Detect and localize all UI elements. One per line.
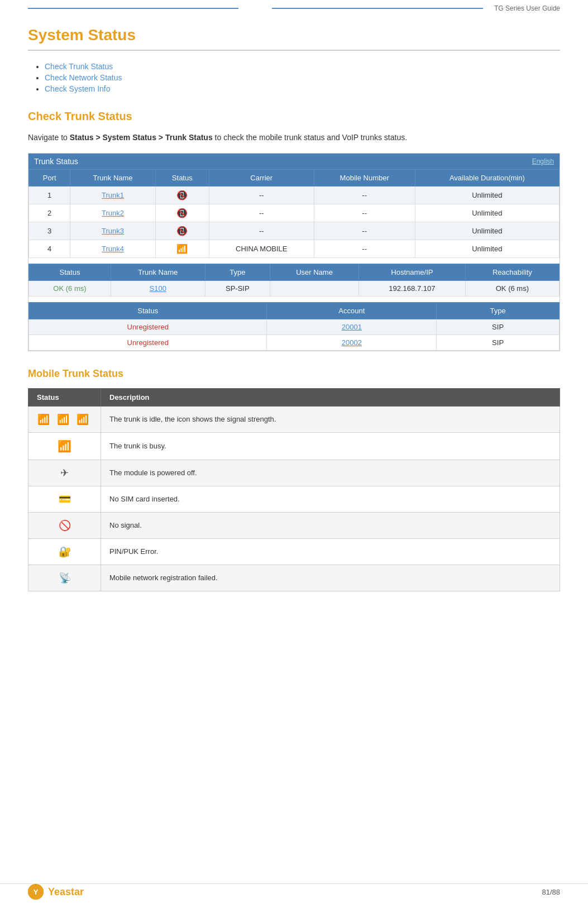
col-mobile-number: Mobile Number <box>314 169 415 186</box>
cell-port: 3 <box>29 222 70 240</box>
status-row-no-sim: 💳 No SIM card inserted. <box>28 486 560 512</box>
status-row-no-signal: 🚫 No signal. <box>28 512 560 538</box>
desc-cell-powered-off: The module is powered off. <box>101 460 560 486</box>
cell-mobile: -- <box>314 186 415 204</box>
header-decorative-lines <box>28 8 483 9</box>
cell-duration: Unlimited <box>415 204 559 222</box>
table-spacer-1 <box>28 258 560 264</box>
cell-status: Unregistered <box>29 319 267 334</box>
page-content: System Status Check Trunk Status Check N… <box>0 15 588 636</box>
status-desc-header-row: Status Description <box>28 388 560 406</box>
desc-cell-no-sim: No SIM card inserted. <box>101 486 560 512</box>
cell-carrier: -- <box>209 186 314 204</box>
table-row: 1 Trunk1 📵 -- -- Unlimited <box>29 186 560 204</box>
icon-cell-busy: 📶 <box>28 432 101 460</box>
cell-status: 📵 <box>155 204 209 222</box>
cell-port: 1 <box>29 186 70 204</box>
desc-text-powered-off: The module is powered off. <box>109 469 197 477</box>
trunk-table-header-row: Port Trunk Name Status Carrier Mobile Nu… <box>29 169 560 186</box>
header-title: TG Series User Guide <box>494 4 560 12</box>
signal-busy-icon: 📶 <box>58 440 71 452</box>
cell-port: 2 <box>29 204 70 222</box>
toc-link-sysinfo[interactable]: Check System Info <box>45 84 111 93</box>
cell-type: SIP <box>437 319 560 334</box>
table-row: OK (6 ms) S100 SP-SIP 192.168.7.107 OK (… <box>29 280 560 296</box>
yeastar-logo-icon: Y <box>28 884 44 900</box>
english-link[interactable]: English <box>532 157 554 165</box>
col-type: Type <box>437 302 560 319</box>
account-link[interactable]: 20002 <box>342 338 362 347</box>
footer-logo: Y Yeastar <box>28 884 84 900</box>
cell-hostname: 192.168.7.107 <box>358 280 465 296</box>
col-status: Status <box>155 169 209 186</box>
trunk-table-voip: Status Trunk Name Type User Name Hostnam… <box>28 264 560 297</box>
col-trunk-name: Trunk Name <box>111 264 205 280</box>
toc-item-3: Check System Info <box>45 84 560 93</box>
desc-cell-no-signal: No signal. <box>101 512 560 538</box>
table-row: Unregistered 20001 SIP <box>29 319 560 334</box>
desc-text-pin-error: PIN/PUK Error. <box>109 547 158 556</box>
page-footer: Y Yeastar 81/88 <box>0 883 588 900</box>
trunk-link[interactable]: S100 <box>150 284 166 293</box>
cell-trunk-name: Trunk1 <box>70 186 156 204</box>
mobile-trunk-status-table: Status Description 📶 📶 📶 The trunk is id… <box>28 388 560 591</box>
col-description-header: Description <box>101 388 560 406</box>
cell-status: 📵 <box>155 186 209 204</box>
trunk-link[interactable]: Trunk2 <box>102 209 124 217</box>
toc-link-network[interactable]: Check Network Status <box>45 73 122 82</box>
status-row-idle: 📶 📶 📶 The trunk is idle, the icon shows … <box>28 406 560 432</box>
trunk-link[interactable]: Trunk4 <box>102 245 124 253</box>
cell-trunk-name: Trunk3 <box>70 222 156 240</box>
icon-cell-idle: 📶 📶 📶 <box>28 406 101 432</box>
trunk-status-header-label: Trunk Status <box>34 157 78 166</box>
col-status-header: Status <box>28 388 101 406</box>
status-row-reg-failed: 📡 Mobile network registration failed. <box>28 565 560 591</box>
icon-cell-pin-error: 🔐 <box>28 538 101 565</box>
col-account: Account <box>267 302 437 319</box>
cell-type: SP-SIP <box>205 280 270 296</box>
page-header: TG Series User Guide <box>0 0 588 15</box>
table-spacer-2 <box>28 297 560 302</box>
trunk-status-container: Trunk Status English Port Trunk Name Sta… <box>28 153 560 351</box>
trunk-link[interactable]: Trunk3 <box>102 227 124 235</box>
dec-line-2 <box>272 8 482 9</box>
cell-trunk-name: Trunk2 <box>70 204 156 222</box>
desc-cell-busy: The trunk is busy. <box>101 432 560 460</box>
nav-text-before: Navigate to <box>28 133 70 142</box>
account-link[interactable]: 20001 <box>342 323 362 331</box>
table-row: 3 Trunk3 📵 -- -- Unlimited <box>29 222 560 240</box>
cell-trunk-name: S100 <box>111 280 205 296</box>
cell-account: 20002 <box>267 334 437 350</box>
cell-status: 📵 <box>155 222 209 240</box>
desc-cell-reg-failed: Mobile network registration failed. <box>101 565 560 591</box>
desc-text-no-signal: No signal. <box>109 521 142 529</box>
col-username: User Name <box>270 264 359 280</box>
cell-mobile: -- <box>314 240 415 257</box>
icon-cell-no-sim: 💳 <box>28 486 101 512</box>
col-reachability: Reachability <box>465 264 559 280</box>
cell-duration: Unlimited <box>415 186 559 204</box>
col-status: Status <box>29 302 267 319</box>
col-trunk-name: Trunk Name <box>70 169 156 186</box>
no-sim-icon: 📵 <box>176 208 188 218</box>
desc-text-reg-failed: Mobile network registration failed. <box>109 574 218 582</box>
section-title-trunk: Check Trunk Status <box>28 110 560 123</box>
cell-mobile: -- <box>314 222 415 240</box>
no-sim-icon: 📵 <box>176 226 188 236</box>
table-row: 2 Trunk2 📵 -- -- Unlimited <box>29 204 560 222</box>
cell-trunk-name: Trunk4 <box>70 240 156 257</box>
toc-item-1: Check Trunk Status <box>45 62 560 71</box>
trunk-table-sip: Status Account Type Unregistered 20001 S… <box>28 302 560 351</box>
trunk-link[interactable]: Trunk1 <box>102 191 124 199</box>
nav-description: Navigate to Status > System Status > Tru… <box>28 131 560 145</box>
trunk-table-sip-header-row: Status Account Type <box>29 302 560 319</box>
col-port: Port <box>29 169 70 186</box>
nav-text-after: to check the mobile trunk status and VoI… <box>213 133 407 142</box>
cell-account: 20001 <box>267 319 437 334</box>
table-row: 4 Trunk4 📶 CHINA MOBILE -- Unlimited <box>29 240 560 257</box>
toc-link-trunk[interactable]: Check Trunk Status <box>45 62 113 71</box>
cell-reachability: OK (6 ms) <box>465 280 559 296</box>
svg-text:Y: Y <box>34 888 39 896</box>
trunk-table-mobile: Port Trunk Name Status Carrier Mobile Nu… <box>28 169 560 258</box>
yeastar-logo-svg: Y <box>28 884 44 900</box>
